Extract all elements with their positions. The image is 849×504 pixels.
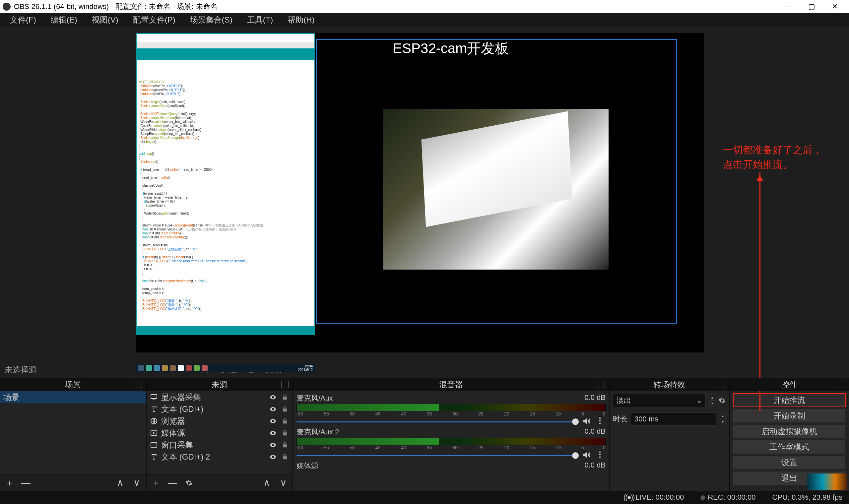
- source-row[interactable]: 显示器采集: [147, 391, 292, 403]
- menu-edit[interactable]: 编辑(E): [43, 13, 85, 26]
- spin-up[interactable]: ▴: [720, 413, 726, 419]
- source-down-button[interactable]: ∨: [277, 477, 289, 489]
- mixer-options-button[interactable]: [596, 450, 606, 460]
- source-up-button[interactable]: ∧: [261, 477, 273, 489]
- obs-logo-icon: [3, 3, 11, 11]
- scene-row[interactable]: 场景: [0, 391, 146, 403]
- source-row[interactable]: 文本 (GDI+) 2: [147, 451, 292, 463]
- vu-meter: [296, 404, 606, 411]
- source-label: 窗口采集: [161, 440, 193, 450]
- close-button[interactable]: ✕: [823, 0, 846, 13]
- source-row[interactable]: 文本 (GDI+): [147, 403, 292, 415]
- status-live: LIVE: 00:00:00: [624, 493, 684, 502]
- add-scene-button[interactable]: ＋: [3, 477, 15, 489]
- source-row[interactable]: 媒体源: [147, 427, 292, 439]
- svg-rect-6: [151, 443, 157, 447]
- menu-view[interactable]: 视图(V): [85, 13, 126, 26]
- menu-scene-collection[interactable]: 场景集合(S): [183, 13, 240, 26]
- lock-toggle[interactable]: [281, 453, 289, 461]
- transition-type-select[interactable]: 淡出⌄: [613, 394, 706, 407]
- transition-duration-label: 时长: [613, 414, 628, 424]
- mixer-options-button[interactable]: [596, 416, 606, 427]
- visibility-toggle[interactable]: [269, 453, 277, 461]
- vu-meter: [296, 438, 606, 445]
- popout-icon[interactable]: [598, 381, 605, 388]
- settings-button[interactable]: 设置: [733, 455, 846, 469]
- popout-icon[interactable]: [718, 381, 725, 388]
- minimize-button[interactable]: —: [777, 0, 800, 13]
- start-recording-button[interactable]: 开始录制: [733, 409, 846, 423]
- source-row[interactable]: 窗口采集: [147, 439, 292, 451]
- transition-duration-input[interactable]: 300 ms: [631, 413, 716, 426]
- menu-tools[interactable]: 工具(T): [240, 13, 281, 26]
- spin-down[interactable]: ▾: [709, 400, 715, 407]
- maximize-button[interactable]: ▢: [800, 0, 823, 13]
- start-streaming-button[interactable]: 开始推流: [733, 393, 846, 407]
- volume-slider[interactable]: [296, 454, 578, 457]
- visibility-toggle[interactable]: [269, 429, 277, 437]
- speaker-icon[interactable]: [582, 450, 592, 460]
- annotation-text: 一切都准备好了之后，点击开始推流。: [723, 143, 823, 172]
- lock-toggle[interactable]: [281, 393, 289, 401]
- lock-toggle[interactable]: [281, 417, 289, 426]
- preview-area[interactable]: MQTT_SENSOR pinMode(bluePin, OUTPUT); pi…: [0, 26, 849, 361]
- source-text-esp32: ESP32-cam开发板: [393, 39, 509, 58]
- transitions-dock: 转场特效 淡出⌄ ▴▾ 时长 300 ms ▴▾: [610, 378, 729, 491]
- transition-settings-button[interactable]: [718, 397, 726, 404]
- add-source-button[interactable]: ＋: [150, 477, 162, 489]
- scenes-dock: 场景 场景 ＋ — ∧ ∨: [0, 378, 146, 491]
- vu-scale: -60-55-50-45-40-35-30-25-20-15-10-50: [296, 445, 606, 450]
- source-properties-button[interactable]: [183, 477, 195, 489]
- source-label: 文本 (GDI+) 2: [161, 452, 210, 462]
- visibility-toggle[interactable]: [269, 417, 277, 426]
- visibility-toggle[interactable]: [269, 393, 277, 401]
- popout-icon[interactable]: [134, 381, 142, 388]
- remove-source-button[interactable]: —: [166, 477, 178, 489]
- popout-icon[interactable]: [281, 381, 289, 388]
- speaker-icon[interactable]: [582, 416, 592, 427]
- menu-profile[interactable]: 配置文件(P): [126, 13, 183, 26]
- scene-down-button[interactable]: ∨: [131, 477, 143, 489]
- svg-point-11: [599, 454, 601, 455]
- popout-icon[interactable]: [838, 381, 845, 388]
- scene-up-button[interactable]: ∧: [114, 477, 126, 489]
- mixer-title: 混音器: [439, 379, 463, 390]
- window-icon: [150, 441, 158, 449]
- sources-dock: 来源 显示器采集 文本 (GDI+) 浏览器 媒体源 窗口采集 文本 (GDI+…: [147, 378, 292, 491]
- visibility-toggle[interactable]: [269, 405, 277, 413]
- watermark-badge: [807, 473, 847, 490]
- menu-help[interactable]: 帮助(H): [280, 13, 322, 26]
- svg-point-8: [599, 420, 601, 421]
- captured-taskbar: 19:042021/6/12: [136, 364, 315, 372]
- mixer-track-db: 0.0 dB: [584, 393, 606, 403]
- no-source-selected-label: 未选择源: [5, 364, 36, 375]
- remove-scene-button[interactable]: —: [20, 477, 32, 489]
- volume-slider[interactable]: [296, 420, 578, 424]
- vu-scale: -60-55-50-45-40-35-30-25-20-15-10-50: [296, 411, 606, 416]
- source-label: 浏览器: [161, 416, 185, 427]
- visibility-toggle[interactable]: [269, 441, 277, 449]
- start-virtual-cam-button[interactable]: 启动虚拟摄像机: [733, 425, 846, 438]
- mixer-track-db: 0.0 dB: [584, 461, 606, 471]
- spin-down[interactable]: ▾: [720, 419, 726, 425]
- window-titlebar: OBS 26.1.1 (64-bit, windows) - 配置文件: 未命名…: [0, 0, 849, 13]
- lock-toggle[interactable]: [281, 441, 289, 449]
- svg-point-10: [599, 451, 601, 453]
- menu-file[interactable]: 文件(F): [3, 13, 43, 26]
- mixer-dock: 混音器 麦克风/Aux0.0 dB -60-55-50-45-40-35-30-…: [293, 378, 609, 491]
- studio-mode-button[interactable]: 工作室模式: [733, 440, 846, 454]
- mixer-track-db: 0.0 dB: [584, 427, 606, 437]
- svg-point-12: [599, 456, 601, 457]
- spin-up[interactable]: ▴: [709, 395, 715, 400]
- source-label: 显示器采集: [161, 392, 201, 402]
- lock-toggle[interactable]: [281, 429, 289, 437]
- lock-toggle[interactable]: [281, 405, 289, 413]
- globe-icon: [150, 417, 158, 425]
- source-toolbar: 未选择源 属性 滤镜: [0, 361, 849, 378]
- svg-point-7: [599, 417, 601, 419]
- source-row[interactable]: 浏览器: [147, 415, 292, 427]
- mixer-track-name: 麦克风/Aux 2: [296, 427, 339, 437]
- text-icon: [150, 405, 158, 413]
- source-label: 文本 (GDI+): [161, 404, 203, 414]
- source-browser-camera: [383, 109, 609, 270]
